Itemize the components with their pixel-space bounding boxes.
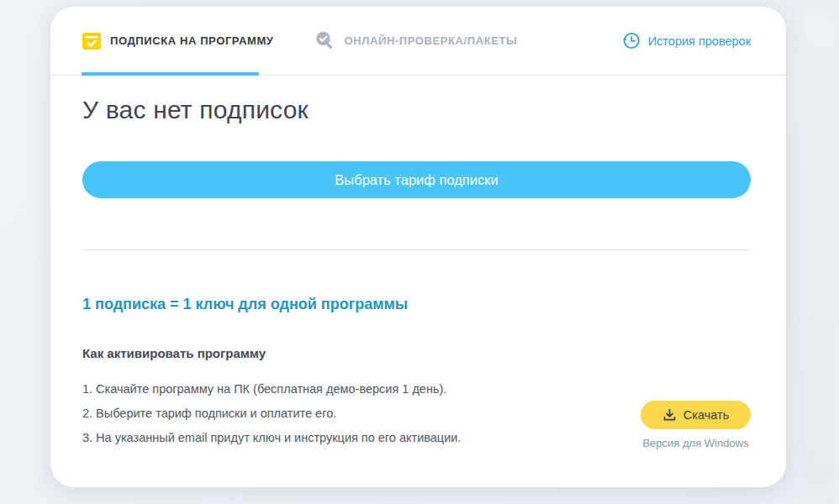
howto-steps: 1. Скачайте программу на ПК (бесплатная …	[82, 382, 553, 455]
subscription-card-icon	[82, 33, 101, 50]
main-card: ПОДПИСКА НА ПРОГРАММУ ОНЛАЙН-ПРОВЕРКА/ПА…	[50, 7, 786, 487]
tab-label: ПОДПИСКА НА ПРОГРАММУ	[110, 34, 274, 47]
howto-title: Как активировать программу	[82, 346, 266, 360]
download-caption: Версия для Windows	[641, 437, 751, 449]
howto-step: 1. Скачайте программу на ПК (бесплатная …	[82, 382, 553, 396]
tab-online-check[interactable]: ОНЛАЙН-ПРОВЕРКА/ПАКЕТЫ	[314, 30, 518, 51]
tab-label: ОНЛАЙН-ПРОВЕРКА/ПАКЕТЫ	[345, 34, 518, 47]
tab-bar: ПОДПИСКА НА ПРОГРАММУ ОНЛАЙН-ПРОВЕРКА/ПА…	[50, 7, 786, 76]
section-divider	[82, 249, 751, 250]
choose-tariff-button[interactable]: Выбрать тариф подписки	[82, 161, 751, 198]
download-button[interactable]: Скачать	[641, 401, 751, 429]
history-clock-icon	[620, 31, 641, 50]
page-title: У вас нет подписок	[82, 96, 309, 124]
subscription-note: 1 подписка = 1 ключ для одной программы	[82, 296, 408, 313]
background-stacked-card	[800, 10, 834, 489]
history-link-label: История проверок	[648, 34, 751, 48]
howto-step: 2. Выберите тариф подписки и оплатите ег…	[82, 407, 553, 420]
download-icon	[662, 408, 677, 423]
history-link[interactable]: История проверок	[620, 31, 751, 50]
howto-step: 3. На указанный email придут ключ и инст…	[82, 431, 553, 444]
download-block: Скачать Версия для Windows	[641, 401, 751, 449]
tab-subscription[interactable]: ПОДПИСКА НА ПРОГРАММУ	[82, 33, 274, 50]
check-search-icon	[314, 30, 335, 51]
download-button-label: Скачать	[683, 408, 729, 422]
active-tab-indicator	[82, 72, 259, 76]
